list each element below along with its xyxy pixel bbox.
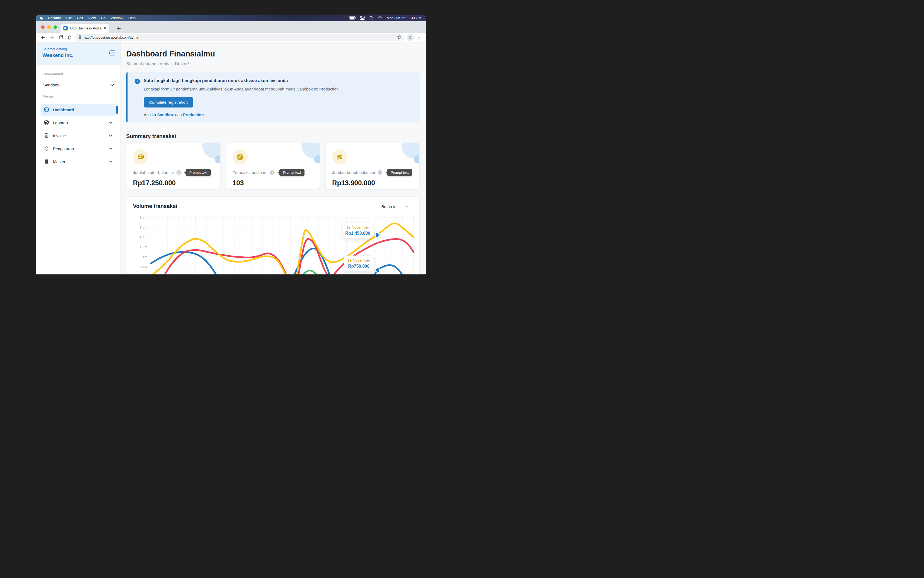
chart-tooltip-1: 19 November Rp1.450.000 — [343, 222, 373, 239]
spotlight-search-icon[interactable] — [369, 16, 373, 20]
summary-cards: Jumlah kotor bulan ini i Prompt text Rp1… — [126, 143, 420, 189]
browser-profile-avatar[interactable] — [407, 34, 414, 41]
back-icon[interactable] — [39, 34, 47, 41]
invoice-document-icon — [44, 133, 49, 138]
forward-icon[interactable] — [49, 34, 55, 41]
browser-window: Chrome File Edit View Go Window Help Mon… — [36, 15, 426, 274]
company-name: Weekend Inc. — [42, 53, 115, 58]
reload-icon[interactable] — [57, 34, 64, 41]
sidebar-nav: Dashboard Laporan Invoice Pengaturan — [36, 104, 120, 167]
card-value: Rp13.900.000 — [332, 179, 413, 187]
period-dropdown[interactable]: Bulan ini — [377, 201, 413, 212]
menu-view[interactable]: View — [88, 16, 96, 20]
chevron-down-icon — [109, 122, 112, 124]
menu-help[interactable]: Help — [128, 16, 136, 20]
chart-marker-dot[interactable] — [376, 268, 380, 273]
environment-label: Environment — [43, 72, 120, 76]
environment-select[interactable]: Sandbox — [43, 83, 114, 87]
chevron-down-icon — [109, 148, 112, 149]
chevron-down-icon — [109, 135, 112, 137]
sandbox-link[interactable]: Sandbox — [157, 113, 174, 117]
menu-file[interactable]: File — [66, 16, 72, 20]
home-icon[interactable] — [66, 34, 73, 41]
sidebar-item-pengaturan[interactable]: Pengaturan — [41, 143, 116, 154]
info-icon[interactable]: i — [176, 170, 181, 175]
card-jumlah-kotor: Jumlah kotor bulan ini i Prompt text Rp1… — [126, 143, 221, 189]
favicon-otto — [63, 26, 68, 31]
sidebar-item-label: Invoice — [53, 133, 105, 138]
bookmark-star-icon[interactable] — [397, 35, 401, 40]
page-subtitle: Selamat datang kembali, Dexter! — [126, 62, 420, 67]
address-bar[interactable]: http://ottobusinessportal.com/admin — [75, 34, 405, 41]
wifi-icon[interactable] — [378, 16, 382, 20]
url-text[interactable]: http://ottobusinessportal.com/admin — [84, 36, 395, 39]
sidebar-item-laporan[interactable]: Laporan — [41, 117, 116, 128]
minimize-window-button[interactable] — [47, 25, 51, 29]
main-content: Dashboard Finansialmu Selamat datang kem… — [121, 42, 426, 274]
registration-banner: i Satu langkah lagi! Lengkapi pendaftara… — [126, 72, 420, 122]
sidebar-item-dashboard[interactable]: Dashboard — [41, 104, 116, 115]
info-icon: i — [135, 79, 140, 84]
chevron-down-icon — [405, 206, 409, 208]
menu-window[interactable]: Window — [111, 16, 123, 20]
chart-tooltip-2: 19 November Rp750.000 — [344, 255, 374, 271]
macos-menu-bar: Chrome File Edit View Go Window Help Mon… — [36, 15, 426, 21]
sidebar: Selamat datang Weekend Inc. Environment … — [36, 42, 121, 274]
menu-bar-time[interactable]: 9:41 AM — [409, 16, 421, 20]
banner-link-middle: dan — [175, 113, 182, 117]
card-jumlah-bersih: Jumlah bersih bulan ini i Prompt text Rp… — [325, 143, 420, 189]
prompt-tooltip: Prompt text — [279, 169, 304, 176]
card-value: 103 — [232, 179, 313, 187]
svg-text:1.8m: 1.8m — [140, 215, 148, 219]
chart-title: Volume transaksi — [133, 203, 177, 209]
chart-marker-dot[interactable] — [375, 233, 379, 237]
menu-edit[interactable]: Edit — [77, 16, 83, 20]
sidebar-item-label: Laporan — [53, 120, 105, 125]
info-icon[interactable]: i — [270, 170, 274, 175]
menu-bar-date[interactable]: Mon Jun 22 — [386, 16, 405, 20]
prompt-tooltip: Prompt text — [387, 169, 412, 176]
sidebar-item-label: Dashboard — [53, 107, 112, 112]
card-transaksi: Transaksi bulan ini i Prompt text 103 — [226, 143, 320, 189]
tab-close-icon[interactable] — [104, 26, 106, 30]
sidebar-item-master[interactable]: Master — [41, 156, 116, 167]
close-window-button[interactable] — [41, 25, 45, 29]
kebab-menu-icon[interactable] — [416, 34, 422, 41]
sidebar-item-label: Pengaturan — [53, 146, 105, 151]
lock-icon — [78, 35, 81, 40]
decor-circle — [414, 155, 420, 163]
tooltip-value: Rp750.000 — [345, 264, 373, 269]
active-indicator — [116, 106, 118, 114]
info-icon[interactable]: i — [378, 170, 382, 175]
banner-link-prefix: Apa itu — [144, 113, 156, 117]
sidebar-collapse-icon[interactable] — [108, 50, 115, 57]
menu-chrome[interactable]: Chrome — [48, 16, 61, 20]
decor-circle — [314, 155, 320, 163]
battery-icon[interactable] — [349, 16, 356, 20]
svg-text:1.6m: 1.6m — [140, 225, 148, 229]
report-board-icon — [44, 120, 49, 125]
control-center-icon[interactable] — [360, 16, 365, 21]
card-label: Transaksi bulan ini — [232, 170, 268, 175]
apple-logo-icon[interactable] — [40, 16, 44, 21]
sliders-icon — [44, 159, 49, 164]
dashboard-icon — [44, 107, 49, 112]
wallet-check-icon — [332, 149, 347, 164]
svg-text:1.2m: 1.2m — [140, 245, 148, 249]
tab-strip: Otto Business Portal — [36, 21, 426, 32]
card-value: Rp17.250.000 — [133, 179, 214, 187]
complete-registration-button[interactable]: Complete registration — [144, 97, 193, 107]
svg-text:800k: 800k — [140, 265, 148, 269]
card-label: Jumlah kotor bulan ini — [133, 170, 174, 175]
tab-otto-business-portal[interactable]: Otto Business Portal — [60, 24, 109, 32]
welcome-label: Selamat datang — [42, 47, 115, 51]
production-link[interactable]: Production — [183, 113, 204, 117]
chevron-down-icon — [109, 161, 112, 162]
new-tab-button[interactable] — [115, 25, 122, 32]
zoom-window-button[interactable] — [54, 25, 57, 29]
tooltip-date: 19 November — [344, 225, 372, 230]
menu-go[interactable]: Go — [101, 16, 106, 20]
sidebar-item-invoice[interactable]: Invoice — [41, 130, 116, 141]
settings-icon — [44, 146, 49, 151]
browser-toolbar: http://ottobusinessportal.com/admin — [36, 32, 426, 42]
